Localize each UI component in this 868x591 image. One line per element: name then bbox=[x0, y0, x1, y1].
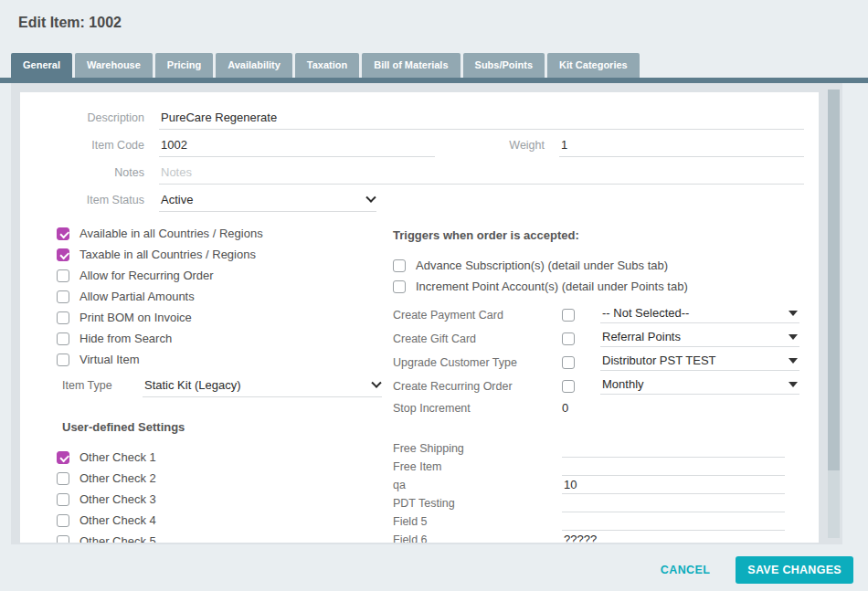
field-6-input[interactable]: ????? bbox=[562, 533, 785, 543]
qa-label: qa bbox=[393, 479, 562, 494]
select-value: Distributor PST TEST bbox=[602, 354, 716, 367]
checkbox-allow-recurring-order[interactable]: Allow for Recurring Order bbox=[57, 269, 393, 282]
checkbox-icon[interactable] bbox=[57, 493, 69, 506]
item-type-select[interactable]: Static Kit (Legacy) bbox=[143, 378, 382, 397]
item-code-input[interactable]: 1002 bbox=[159, 138, 435, 157]
checkbox-allow-partial-amounts[interactable]: Allow Partial Amounts bbox=[57, 290, 393, 303]
field-5-label: Field 5 bbox=[393, 515, 562, 531]
checkbox-label: Allow for Recurring Order bbox=[79, 269, 214, 282]
create-payment-card-checkbox[interactable] bbox=[562, 309, 575, 322]
tab-warehouse[interactable]: Warehouse bbox=[75, 53, 153, 78]
checkbox-label: Available in all Countries / Regions bbox=[79, 227, 263, 240]
checkbox-icon[interactable] bbox=[57, 248, 69, 261]
checkbox-icon[interactable] bbox=[57, 451, 69, 464]
tab-availability[interactable]: Availability bbox=[216, 53, 292, 78]
checkbox-label: Allow Partial Amounts bbox=[79, 290, 195, 303]
item-status-select[interactable]: Active bbox=[159, 193, 376, 212]
checkbox-label: Hide from Search bbox=[79, 332, 172, 345]
weight-input[interactable]: 1 bbox=[559, 138, 804, 157]
field-5-input[interactable] bbox=[562, 516, 785, 531]
checkbox-taxable-all-countries[interactable]: Taxable in all Countries / Regions bbox=[57, 248, 393, 261]
tab-general[interactable]: General bbox=[11, 53, 72, 78]
checkbox-label: Other Check 4 bbox=[79, 513, 156, 527]
checkbox-icon[interactable] bbox=[57, 535, 69, 544]
form-content: Description PureCare Regenerate Item Cod… bbox=[20, 92, 819, 543]
free-shipping-label: Free Shipping bbox=[393, 442, 562, 458]
checkbox-advance-subscriptions[interactable]: Advance Subscription(s) (detail under Su… bbox=[393, 259, 804, 272]
create-gift-card-select[interactable]: Referral Points bbox=[600, 330, 799, 347]
checkbox-icon[interactable] bbox=[57, 514, 69, 527]
scrollbar-thumb[interactable] bbox=[828, 90, 840, 470]
item-status-row: Item Status Active bbox=[57, 193, 804, 212]
vertical-scrollbar[interactable] bbox=[828, 90, 840, 538]
checkbox-icon[interactable] bbox=[57, 227, 69, 240]
stop-increment-label: Stop Increment bbox=[393, 402, 562, 415]
description-input[interactable]: PureCare Regenerate bbox=[159, 111, 804, 130]
tab-subs-points[interactable]: Subs/Points bbox=[463, 53, 545, 78]
triggers-heading: Triggers when order is accepted: bbox=[393, 228, 804, 242]
footer-action-bar: CANCEL SAVE CHANGES bbox=[0, 544, 868, 584]
checkbox-icon[interactable] bbox=[57, 354, 69, 366]
free-item-input[interactable] bbox=[562, 461, 785, 476]
stop-increment-value: 0 bbox=[562, 401, 600, 415]
dropdown-arrow-icon bbox=[789, 311, 798, 316]
qa-input[interactable]: 10 bbox=[562, 478, 785, 494]
tab-bill-of-materials[interactable]: Bill of Materials bbox=[362, 53, 460, 78]
upgrade-customer-type-select[interactable]: Distributor PST TEST bbox=[600, 354, 799, 371]
weight-label: Weight bbox=[435, 139, 545, 156]
checkbox-icon[interactable] bbox=[393, 280, 406, 293]
create-recurring-order-select[interactable]: Monthly bbox=[600, 377, 799, 395]
checkbox-icon[interactable] bbox=[57, 472, 69, 485]
create-payment-card-row: Create Payment Card -- Not Selected-- bbox=[393, 306, 804, 323]
checkbox-label: Other Check 1 bbox=[79, 450, 156, 464]
checkbox-available-all-countries[interactable]: Available in all Countries / Regions bbox=[57, 227, 393, 240]
checkbox-label: Other Check 2 bbox=[79, 471, 156, 485]
checkbox-icon[interactable] bbox=[57, 290, 69, 303]
cancel-button[interactable]: CANCEL bbox=[661, 564, 710, 576]
free-item-label: Free Item bbox=[393, 460, 562, 476]
tab-taxation[interactable]: Taxation bbox=[295, 53, 359, 78]
notes-input[interactable]: Notes bbox=[159, 165, 804, 185]
tab-kit-categories[interactable]: Kit Categories bbox=[547, 53, 640, 78]
checkbox-label: Advance Subscription(s) (detail under Su… bbox=[416, 259, 668, 272]
create-gift-card-checkbox[interactable] bbox=[562, 332, 575, 345]
checkbox-other-check-5[interactable]: Other Check 5 bbox=[57, 534, 393, 543]
checkbox-other-check-3[interactable]: Other Check 3 bbox=[57, 492, 393, 506]
create-payment-card-select[interactable]: -- Not Selected-- bbox=[600, 306, 799, 323]
page-header: Edit Item: 1002 bbox=[0, 0, 868, 53]
checkbox-increment-point-accounts[interactable]: Increment Point Account(s) (detail under… bbox=[393, 280, 804, 293]
checkbox-label: Virtual Item bbox=[79, 353, 140, 366]
select-value: Referral Points bbox=[602, 330, 681, 343]
save-changes-button[interactable]: SAVE CHANGES bbox=[736, 556, 853, 584]
pdt-testing-row: PDT Testing bbox=[393, 494, 804, 512]
description-row: Description PureCare Regenerate bbox=[57, 111, 804, 130]
custom-fields: Free Shipping Free Item qa 10 PDT Testin… bbox=[393, 439, 804, 543]
pdt-testing-label: PDT Testing bbox=[393, 497, 562, 512]
checkbox-icon[interactable] bbox=[393, 259, 406, 272]
two-column-area: Available in all Countries / Regions Tax… bbox=[57, 227, 804, 543]
notes-label: Notes bbox=[57, 166, 144, 184]
checkbox-print-bom-on-invoice[interactable]: Print BOM on Invoice bbox=[57, 311, 393, 324]
pdt-testing-input[interactable] bbox=[562, 498, 785, 512]
tab-pricing[interactable]: Pricing bbox=[155, 53, 213, 78]
checkbox-icon[interactable] bbox=[57, 332, 69, 345]
description-label: Description bbox=[57, 111, 144, 129]
create-recurring-order-row: Create Recurring Order Monthly bbox=[393, 377, 804, 395]
upgrade-customer-type-checkbox[interactable] bbox=[562, 356, 575, 369]
create-recurring-order-label: Create Recurring Order bbox=[393, 380, 562, 393]
checkbox-other-check-4[interactable]: Other Check 4 bbox=[57, 513, 393, 527]
checkbox-other-check-1[interactable]: Other Check 1 bbox=[57, 450, 393, 464]
free-shipping-input[interactable] bbox=[562, 443, 785, 458]
checkbox-icon[interactable] bbox=[57, 311, 69, 324]
stop-increment-row: Stop Increment 0 bbox=[393, 401, 804, 415]
checkbox-icon[interactable] bbox=[57, 269, 69, 282]
field-5-row: Field 5 bbox=[393, 512, 804, 531]
chevron-down-icon bbox=[365, 192, 376, 202]
create-recurring-order-checkbox[interactable] bbox=[562, 380, 575, 393]
checkbox-hide-from-search[interactable]: Hide from Search bbox=[57, 332, 393, 345]
checkbox-virtual-item[interactable]: Virtual Item bbox=[57, 353, 393, 366]
checkbox-label: Increment Point Account(s) (detail under… bbox=[416, 280, 688, 293]
general-tab-panel: Description PureCare Regenerate Item Cod… bbox=[11, 83, 842, 544]
free-shipping-row: Free Shipping bbox=[393, 439, 804, 458]
checkbox-other-check-2[interactable]: Other Check 2 bbox=[57, 471, 393, 485]
